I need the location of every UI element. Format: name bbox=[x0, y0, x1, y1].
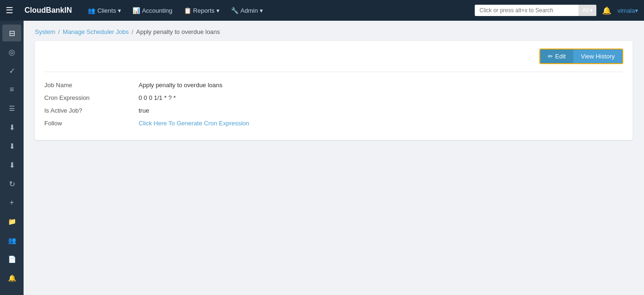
sidebar-item-plus[interactable]: + bbox=[2, 194, 21, 211]
field-job-name: Job Name Apply penalty to overdue loans bbox=[44, 82, 623, 89]
sidebar-item-download2[interactable]: ⬇ bbox=[2, 138, 21, 155]
sidebar-item-list1[interactable]: ≡ bbox=[2, 81, 21, 98]
breadcrumb-sep-1: / bbox=[58, 28, 60, 35]
accounting-icon: 📊 bbox=[132, 7, 140, 14]
sidebar-item-download3[interactable]: ⬇ bbox=[2, 156, 21, 173]
sidebar-item-folder[interactable]: 📁 bbox=[2, 213, 21, 230]
sidebar-item-check[interactable]: ✓ bbox=[2, 62, 21, 79]
sidebar-item-download1[interactable]: ⬇ bbox=[2, 119, 21, 136]
field-label-follow: Follow bbox=[44, 120, 139, 127]
user-name[interactable]: vimala▾ bbox=[617, 7, 638, 14]
breadcrumb-manage-scheduler[interactable]: Manage Scheduler Jobs bbox=[63, 28, 129, 35]
user-dropdown-icon: ▾ bbox=[635, 7, 638, 14]
sidebar-item-bell[interactable]: 🔔 bbox=[2, 270, 21, 287]
sidebar-item-dashboard[interactable]: ⊟ bbox=[2, 25, 21, 41]
content-area: System / Manage Scheduler Jobs / Apply p… bbox=[24, 21, 644, 295]
nav-menu: 👥 Clients ▾ 📊 Accounting 📋 Reports ▾ 🔧 A… bbox=[83, 4, 467, 17]
field-label-is-active-job: Is Active Job? bbox=[44, 107, 139, 114]
sidebar-item-file[interactable]: 📄 bbox=[2, 251, 21, 268]
edit-icon: ✏ bbox=[548, 53, 553, 60]
sidebar-item-group[interactable]: 👥 bbox=[2, 232, 21, 249]
field-follow: Follow Click Here To Generate Cron Expre… bbox=[44, 120, 623, 127]
scheduler-job-card: ✏ Edit View History Job Name Apply penal… bbox=[35, 41, 633, 140]
breadcrumb-system[interactable]: System bbox=[35, 28, 55, 35]
navbar: ☰ CloudBankIN 👥 Clients ▾ 📊 Accounting 📋… bbox=[0, 0, 644, 21]
sidebar-item-list2[interactable]: ☰ bbox=[2, 100, 21, 117]
search-input[interactable] bbox=[475, 5, 578, 16]
field-is-active-job: Is Active Job? true bbox=[44, 107, 623, 114]
breadcrumb-current: Apply penalty to overdue loans bbox=[136, 28, 220, 35]
action-button-group: ✏ Edit View History bbox=[539, 49, 623, 64]
app-name: CloudBankIN bbox=[25, 6, 72, 15]
field-value-is-active-job: true bbox=[139, 107, 149, 114]
edit-button[interactable]: ✏ Edit bbox=[540, 49, 573, 63]
nav-item-admin[interactable]: 🔧 Admin ▾ bbox=[226, 4, 268, 17]
sidebar: ⊟ ◎ ✓ ≡ ☰ ⬇ ⬇ ⬇ ↻ + 📁 👥 📄 🔔 bbox=[0, 21, 24, 295]
nav-item-reports[interactable]: 📋 Reports ▾ bbox=[179, 4, 225, 17]
reports-dropdown-icon: ▾ bbox=[216, 7, 220, 14]
admin-dropdown-icon: ▾ bbox=[260, 7, 263, 14]
clients-icon: 👥 bbox=[88, 7, 95, 14]
admin-icon: 🔧 bbox=[231, 7, 239, 14]
filter-dropdown-icon: ▾ bbox=[590, 7, 593, 14]
sidebar-item-refresh[interactable]: ↻ bbox=[2, 175, 21, 192]
search-box: All ▾ bbox=[475, 5, 596, 16]
clients-dropdown-icon: ▾ bbox=[118, 7, 121, 14]
field-value-job-name: Apply penalty to overdue loans bbox=[139, 82, 223, 89]
sidebar-item-target[interactable]: ◎ bbox=[2, 43, 21, 60]
hamburger-icon[interactable]: ☰ bbox=[6, 5, 13, 16]
card-fields: Job Name Apply penalty to overdue loans … bbox=[44, 82, 623, 127]
field-value-follow-link[interactable]: Click Here To Generate Cron Expression bbox=[139, 120, 249, 127]
field-label-cron-expression: Cron Expression bbox=[44, 94, 139, 101]
nav-item-accounting[interactable]: 📊 Accounting bbox=[128, 4, 177, 17]
nav-right: All ▾ 🔔 vimala▾ bbox=[475, 5, 638, 16]
reports-icon: 📋 bbox=[184, 7, 191, 14]
breadcrumb-sep-2: / bbox=[132, 28, 133, 35]
search-filter[interactable]: All ▾ bbox=[578, 5, 596, 16]
bell-icon[interactable]: 🔔 bbox=[602, 6, 611, 15]
field-value-cron-expression: 0 0 0 1/1 * ? * bbox=[139, 94, 176, 101]
field-label-job-name: Job Name bbox=[44, 82, 139, 89]
breadcrumb: System / Manage Scheduler Jobs / Apply p… bbox=[35, 28, 633, 35]
nav-item-clients[interactable]: 👥 Clients ▾ bbox=[83, 4, 126, 17]
main-layout: ⊟ ◎ ✓ ≡ ☰ ⬇ ⬇ ⬇ ↻ + 📁 👥 📄 🔔 System / Man… bbox=[0, 21, 644, 295]
view-history-button[interactable]: View History bbox=[573, 49, 622, 63]
card-header: ✏ Edit View History bbox=[44, 49, 623, 72]
field-cron-expression: Cron Expression 0 0 0 1/1 * ? * bbox=[44, 94, 623, 101]
